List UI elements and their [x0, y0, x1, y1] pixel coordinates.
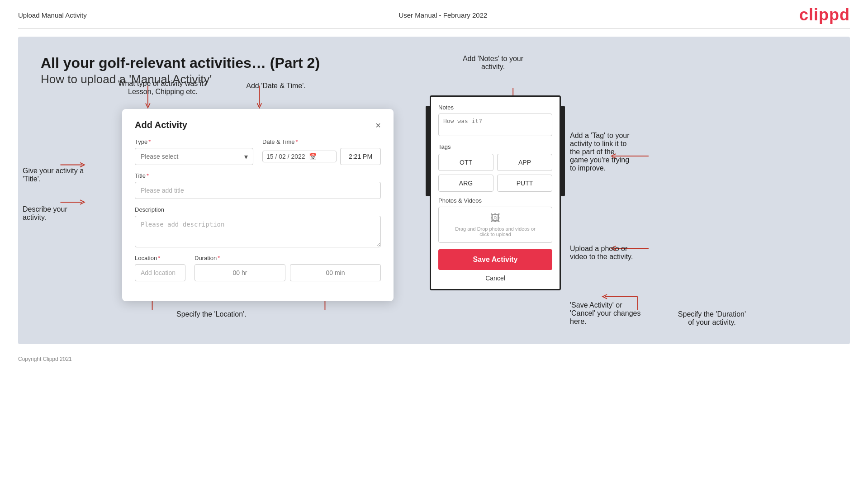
duration-hr-input[interactable]: [194, 264, 285, 281]
type-select-wrapper: Please select: [135, 148, 253, 165]
date-input[interactable]: 15 / 02 / 2022 📅: [262, 151, 337, 162]
cancel-link[interactable]: Cancel: [438, 275, 552, 282]
logo: clippd: [799, 5, 850, 24]
tag-arg[interactable]: ARG: [438, 175, 493, 192]
title-label: Title*: [135, 172, 381, 179]
ann-type: What type of activity was it? Lesson, Ch…: [118, 80, 208, 96]
type-select[interactable]: Please select: [135, 148, 253, 165]
page-label: Upload Manual Activity: [18, 11, 87, 19]
ann-duration: Specify the 'Duration' of your activity.: [678, 310, 746, 327]
header: Upload Manual Activity User Manual - Feb…: [0, 0, 868, 28]
manual-title: User Manual - February 2022: [398, 11, 487, 19]
notes-section-label: Notes: [438, 104, 552, 111]
photo-drop-text: Drag and Drop photos and videos or click…: [455, 226, 535, 237]
left-bar: [426, 106, 430, 196]
ann-upload: Upload a photo or video to the activity.: [570, 245, 674, 261]
close-button[interactable]: ×: [375, 121, 381, 130]
copyright: Copyright Clippd 2021: [0, 352, 868, 366]
description-textarea[interactable]: [135, 216, 381, 247]
tag-ott[interactable]: OTT: [438, 154, 493, 171]
calendar-icon: 📅: [309, 153, 317, 160]
ann-datetime: Add 'Date & Time'.: [235, 82, 317, 90]
location-label: Location*: [135, 255, 185, 261]
add-activity-modal: Add Activity × Type* Please select: [122, 109, 394, 301]
duration-label: Duration*: [194, 255, 381, 261]
right-bar: [561, 106, 565, 196]
title-input[interactable]: [135, 182, 381, 199]
save-activity-button[interactable]: Save Activity: [438, 249, 552, 270]
photo-icon: 🖼: [490, 213, 500, 224]
tags-grid: OTT APP ARG PUTT: [438, 154, 552, 192]
description-label: Description: [135, 206, 381, 213]
duration-min-input[interactable]: [290, 264, 381, 281]
tag-putt[interactable]: PUTT: [497, 175, 552, 192]
bottom-annotations: Specify the 'Location'. Specify the 'Dur…: [41, 310, 827, 327]
app-mockup: Notes Tags OTT APP ARG PUTT Photos & Vid…: [430, 95, 561, 290]
page-title: All your golf-relevant activities… (Part…: [41, 55, 827, 71]
right-panel: Add 'Notes' to your activity. Add a 'Tag…: [430, 95, 561, 290]
notes-textarea[interactable]: [438, 114, 552, 136]
type-label: Type*: [135, 138, 253, 145]
ann-location: Specify the 'Location'.: [176, 310, 247, 327]
date-value: 15 / 02 / 2022: [266, 153, 305, 160]
photos-section-label: Photos & Videos: [438, 197, 552, 204]
ann-save: 'Save Activity' or 'Cancel' your changes…: [570, 301, 688, 326]
time-input[interactable]: [340, 148, 381, 165]
ann-tag: Add a 'Tag' to your activity to link it …: [570, 132, 688, 172]
photo-drop-zone[interactable]: 🖼 Drag and Drop photos and videos or cli…: [438, 207, 552, 243]
location-input[interactable]: [135, 264, 185, 281]
modal-title: Add Activity: [135, 120, 187, 130]
tags-section-label: Tags: [438, 143, 552, 150]
tag-app[interactable]: APP: [497, 154, 552, 171]
main-content: All your golf-relevant activities… (Part…: [18, 37, 850, 344]
datetime-label: Date & Time*: [262, 138, 381, 145]
ann-notes: Add 'Notes' to your activity.: [443, 55, 543, 71]
